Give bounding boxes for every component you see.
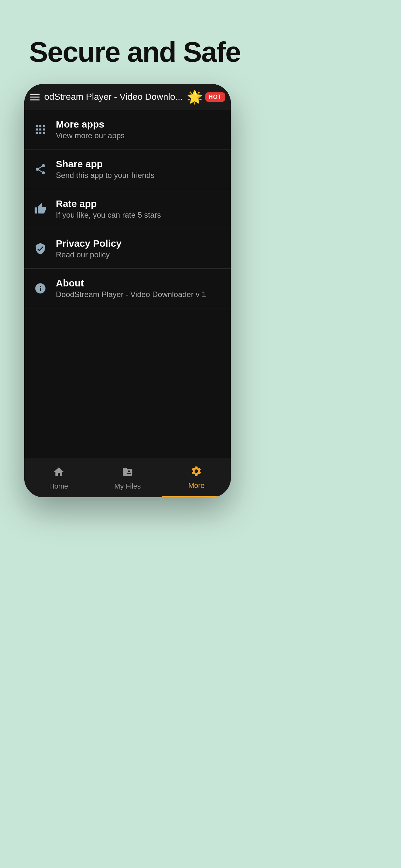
apps-icon xyxy=(32,121,49,138)
hamburger-menu-icon[interactable] xyxy=(30,94,40,100)
share-app-title: Share app xyxy=(56,159,155,169)
phone-device: odStream Player - Video Downlo... 🌟 HOT … xyxy=(24,84,231,497)
bottom-nav: Home My Files More xyxy=(24,459,231,497)
my-files-icon xyxy=(122,466,133,480)
thumbsup-icon xyxy=(32,200,49,217)
share-app-text: Share app Send this app to your friends xyxy=(56,159,155,180)
about-subtitle: DoodStream Player - Video Downloader v 1 xyxy=(56,290,206,299)
topbar-badges: 🌟 HOT xyxy=(187,89,225,104)
rate-app-title: Rate app xyxy=(56,198,161,209)
nav-more[interactable]: More xyxy=(162,459,231,497)
privacy-policy-item[interactable]: Privacy Policy Read our policy xyxy=(24,229,231,269)
main-content: More apps View more our apps Share app S… xyxy=(24,110,231,459)
nav-home[interactable]: Home xyxy=(24,459,93,497)
more-settings-icon xyxy=(190,465,202,479)
topbar-left: odStream Player - Video Downlo... xyxy=(30,92,187,102)
star-emoji-icon: 🌟 xyxy=(187,89,203,104)
share-icon xyxy=(32,161,49,178)
share-app-subtitle: Send this app to your friends xyxy=(56,171,155,180)
more-apps-subtitle: View more our apps xyxy=(56,131,125,140)
more-apps-text: More apps View more our apps xyxy=(56,119,125,140)
privacy-policy-subtitle: Read our policy xyxy=(56,250,121,259)
more-apps-item[interactable]: More apps View more our apps xyxy=(24,110,231,150)
info-icon xyxy=(32,280,49,297)
home-nav-label: Home xyxy=(49,482,68,491)
about-text: About DoodStream Player - Video Download… xyxy=(56,278,206,299)
more-nav-label: More xyxy=(188,482,204,490)
home-icon xyxy=(53,466,65,480)
nav-my-files[interactable]: My Files xyxy=(93,459,162,497)
my-files-nav-label: My Files xyxy=(114,482,141,491)
rate-app-item[interactable]: Rate app If you like, you can rate 5 sta… xyxy=(24,189,231,229)
rate-app-text: Rate app If you like, you can rate 5 sta… xyxy=(56,198,161,220)
share-app-item[interactable]: Share app Send this app to your friends xyxy=(24,150,231,189)
privacy-policy-text: Privacy Policy Read our policy xyxy=(56,238,121,259)
shield-icon xyxy=(32,240,49,257)
about-item[interactable]: About DoodStream Player - Video Download… xyxy=(24,269,231,308)
app-title: odStream Player - Video Downlo... xyxy=(44,92,183,102)
page-title: Secure and Safe xyxy=(29,35,241,68)
menu-list: More apps View more our apps Share app S… xyxy=(24,110,231,308)
about-title: About xyxy=(56,278,206,289)
app-topbar: odStream Player - Video Downlo... 🌟 HOT xyxy=(24,84,231,110)
privacy-policy-title: Privacy Policy xyxy=(56,238,121,249)
hot-badge: HOT xyxy=(205,92,225,102)
more-apps-title: More apps xyxy=(56,119,125,130)
rate-app-subtitle: If you like, you can rate 5 stars xyxy=(56,211,161,220)
